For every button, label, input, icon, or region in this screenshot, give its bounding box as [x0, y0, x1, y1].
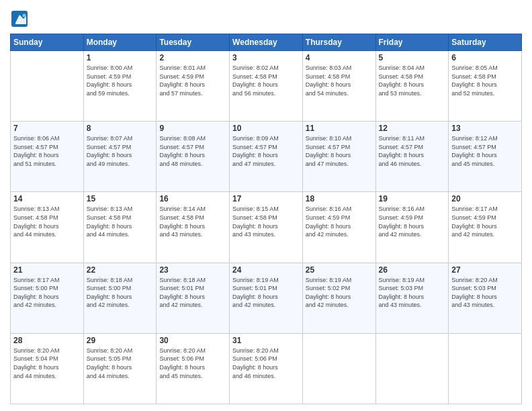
day-number: 19: [379, 194, 446, 203]
calendar-cell: 9Sunrise: 8:08 AM Sunset: 4:57 PM Daylig…: [157, 122, 230, 192]
day-number: 7: [13, 124, 81, 133]
day-info: Sunrise: 8:01 AM Sunset: 4:59 PM Dayligh…: [159, 64, 226, 97]
logo: [10, 9, 32, 28]
calendar-cell: 19Sunrise: 8:16 AM Sunset: 4:59 PM Dayli…: [375, 192, 449, 263]
day-info: Sunrise: 8:19 AM Sunset: 5:01 PM Dayligh…: [232, 276, 300, 310]
day-number: 28: [13, 336, 81, 345]
calendar-cell: [11, 51, 84, 122]
calendar-cell: 7Sunrise: 8:06 AM Sunset: 4:57 PM Daylig…: [11, 122, 84, 192]
calendar-day-header: Saturday: [449, 34, 522, 51]
calendar-cell: 11Sunrise: 8:10 AM Sunset: 4:57 PM Dayli…: [302, 122, 375, 192]
calendar-header-row: SundayMondayTuesdayWednesdayThursdayFrid…: [11, 34, 522, 51]
day-info: Sunrise: 8:12 AM Sunset: 4:57 PM Dayligh…: [451, 134, 519, 168]
calendar-cell: 18Sunrise: 8:16 AM Sunset: 4:59 PM Dayli…: [302, 192, 375, 263]
day-info: Sunrise: 8:13 AM Sunset: 4:58 PM Dayligh…: [13, 205, 81, 238]
day-number: 15: [87, 194, 154, 203]
calendar-week-row: 7Sunrise: 8:06 AM Sunset: 4:57 PM Daylig…: [11, 122, 522, 192]
day-info: Sunrise: 8:19 AM Sunset: 5:03 PM Dayligh…: [379, 276, 446, 310]
calendar-week-row: 28Sunrise: 8:20 AM Sunset: 5:04 PM Dayli…: [11, 333, 522, 404]
day-info: Sunrise: 8:19 AM Sunset: 5:02 PM Dayligh…: [306, 276, 373, 310]
calendar-cell: 30Sunrise: 8:20 AM Sunset: 5:06 PM Dayli…: [157, 333, 230, 404]
day-info: Sunrise: 8:20 AM Sunset: 5:04 PM Dayligh…: [13, 347, 81, 380]
calendar-cell: 3Sunrise: 8:02 AM Sunset: 4:58 PM Daylig…: [230, 51, 303, 122]
day-number: 6: [451, 53, 519, 62]
day-number: 1: [87, 53, 154, 62]
day-info: Sunrise: 8:05 AM Sunset: 4:58 PM Dayligh…: [451, 64, 519, 97]
calendar-cell: 29Sunrise: 8:20 AM Sunset: 5:05 PM Dayli…: [83, 333, 157, 404]
day-info: Sunrise: 8:06 AM Sunset: 4:57 PM Dayligh…: [13, 134, 81, 168]
calendar-cell: 4Sunrise: 8:03 AM Sunset: 4:58 PM Daylig…: [302, 51, 375, 122]
calendar-day-header: Thursday: [302, 34, 375, 51]
day-info: Sunrise: 8:20 AM Sunset: 5:03 PM Dayligh…: [451, 276, 519, 310]
day-info: Sunrise: 8:20 AM Sunset: 5:06 PM Dayligh…: [159, 347, 226, 380]
day-info: Sunrise: 8:18 AM Sunset: 5:00 PM Dayligh…: [87, 276, 154, 310]
calendar-week-row: 14Sunrise: 8:13 AM Sunset: 4:58 PM Dayli…: [11, 192, 522, 263]
calendar-week-row: 21Sunrise: 8:17 AM Sunset: 5:00 PM Dayli…: [11, 263, 522, 333]
calendar-cell: 2Sunrise: 8:01 AM Sunset: 4:59 PM Daylig…: [157, 51, 230, 122]
day-number: 14: [13, 194, 81, 203]
calendar-cell: 28Sunrise: 8:20 AM Sunset: 5:04 PM Dayli…: [11, 333, 84, 404]
day-number: 10: [232, 124, 300, 133]
day-number: 4: [306, 53, 373, 62]
calendar-cell: 8Sunrise: 8:07 AM Sunset: 4:57 PM Daylig…: [83, 122, 157, 192]
calendar-cell: 23Sunrise: 8:18 AM Sunset: 5:01 PM Dayli…: [157, 263, 230, 333]
day-info: Sunrise: 8:16 AM Sunset: 4:59 PM Dayligh…: [379, 205, 446, 238]
day-number: 27: [451, 265, 519, 275]
calendar-table: SundayMondayTuesdayWednesdayThursdayFrid…: [10, 34, 522, 404]
day-number: 11: [306, 124, 373, 133]
day-number: 26: [379, 265, 446, 275]
calendar-cell: 26Sunrise: 8:19 AM Sunset: 5:03 PM Dayli…: [375, 263, 449, 333]
day-number: 3: [232, 53, 300, 62]
day-number: 21: [13, 265, 81, 275]
calendar-cell: 5Sunrise: 8:04 AM Sunset: 4:58 PM Daylig…: [375, 51, 449, 122]
calendar-cell: 6Sunrise: 8:05 AM Sunset: 4:58 PM Daylig…: [449, 51, 522, 122]
page: SundayMondayTuesdayWednesdayThursdayFrid…: [0, 0, 532, 411]
calendar-cell: 12Sunrise: 8:11 AM Sunset: 4:57 PM Dayli…: [375, 122, 449, 192]
day-info: Sunrise: 8:03 AM Sunset: 4:58 PM Dayligh…: [306, 64, 373, 97]
day-number: 25: [306, 265, 373, 275]
calendar-cell: 17Sunrise: 8:15 AM Sunset: 4:58 PM Dayli…: [230, 192, 303, 263]
day-info: Sunrise: 8:09 AM Sunset: 4:57 PM Dayligh…: [232, 134, 300, 168]
header: [10, 7, 522, 28]
calendar-cell: 25Sunrise: 8:19 AM Sunset: 5:02 PM Dayli…: [302, 263, 375, 333]
day-info: Sunrise: 8:20 AM Sunset: 5:06 PM Dayligh…: [232, 347, 300, 380]
calendar-cell: 31Sunrise: 8:20 AM Sunset: 5:06 PM Dayli…: [230, 333, 303, 404]
calendar-cell: [449, 333, 522, 404]
calendar-cell: 24Sunrise: 8:19 AM Sunset: 5:01 PM Dayli…: [230, 263, 303, 333]
calendar-cell: 21Sunrise: 8:17 AM Sunset: 5:00 PM Dayli…: [11, 263, 84, 333]
calendar-cell: [375, 333, 449, 404]
calendar-cell: 16Sunrise: 8:14 AM Sunset: 4:58 PM Dayli…: [157, 192, 230, 263]
calendar-day-header: Friday: [375, 34, 449, 51]
day-info: Sunrise: 8:20 AM Sunset: 5:05 PM Dayligh…: [87, 347, 154, 380]
day-number: 24: [232, 265, 300, 275]
day-number: 29: [87, 336, 154, 345]
calendar-cell: 14Sunrise: 8:13 AM Sunset: 4:58 PM Dayli…: [11, 192, 84, 263]
calendar-cell: 13Sunrise: 8:12 AM Sunset: 4:57 PM Dayli…: [449, 122, 522, 192]
day-info: Sunrise: 8:18 AM Sunset: 5:01 PM Dayligh…: [159, 276, 226, 310]
calendar-day-header: Monday: [83, 34, 157, 51]
day-info: Sunrise: 8:16 AM Sunset: 4:59 PM Dayligh…: [306, 205, 373, 238]
day-info: Sunrise: 8:13 AM Sunset: 4:58 PM Dayligh…: [87, 205, 154, 238]
day-number: 8: [87, 124, 154, 133]
day-info: Sunrise: 8:04 AM Sunset: 4:58 PM Dayligh…: [379, 64, 446, 97]
day-info: Sunrise: 8:10 AM Sunset: 4:57 PM Dayligh…: [306, 134, 373, 168]
day-number: 9: [159, 124, 226, 133]
day-info: Sunrise: 8:14 AM Sunset: 4:58 PM Dayligh…: [159, 205, 226, 238]
day-info: Sunrise: 8:08 AM Sunset: 4:57 PM Dayligh…: [159, 134, 226, 168]
calendar-day-header: Sunday: [11, 34, 84, 51]
day-number: 5: [379, 53, 446, 62]
day-number: 22: [87, 265, 154, 275]
day-info: Sunrise: 8:07 AM Sunset: 4:57 PM Dayligh…: [87, 134, 154, 168]
svg-point-2: [23, 14, 26, 17]
day-info: Sunrise: 8:11 AM Sunset: 4:57 PM Dayligh…: [379, 134, 446, 168]
day-number: 17: [232, 194, 300, 203]
calendar-cell: 15Sunrise: 8:13 AM Sunset: 4:58 PM Dayli…: [83, 192, 157, 263]
day-info: Sunrise: 8:02 AM Sunset: 4:58 PM Dayligh…: [232, 64, 300, 97]
day-number: 18: [306, 194, 373, 203]
day-info: Sunrise: 8:17 AM Sunset: 5:00 PM Dayligh…: [13, 276, 81, 310]
calendar-cell: 20Sunrise: 8:17 AM Sunset: 4:59 PM Dayli…: [449, 192, 522, 263]
day-number: 31: [232, 336, 300, 345]
calendar-week-row: 1Sunrise: 8:00 AM Sunset: 4:59 PM Daylig…: [11, 51, 522, 122]
day-number: 16: [159, 194, 226, 203]
day-info: Sunrise: 8:15 AM Sunset: 4:58 PM Dayligh…: [232, 205, 300, 238]
